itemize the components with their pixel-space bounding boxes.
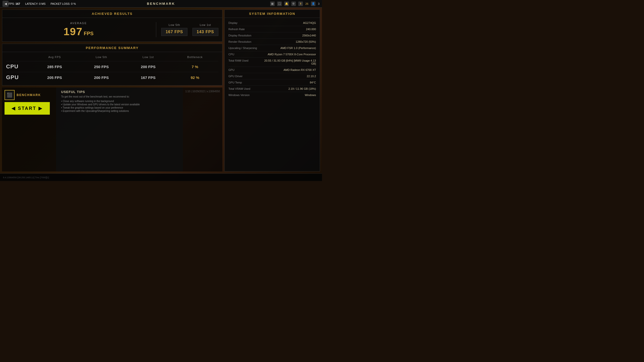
tips-intro: To get the most out of the benchmark tes…: [61, 95, 178, 98]
gpu-low1: 167 FPS: [125, 75, 172, 80]
grid-icon[interactable]: ▦: [270, 2, 275, 6]
sys-key-5: CPU: [228, 53, 261, 56]
perf-col-bottleneck: Bottleneck: [172, 56, 218, 59]
sys-val-5: AMD Ryzen 7 5700X 8-Core Processor: [261, 53, 316, 56]
main-content: ACHIEVED RESULTS AVERAGE 197 FPS Low 5th…: [0, 8, 322, 173]
useful-tips-section: USEFUL TIPS To get the most out of the b…: [56, 87, 183, 171]
gpu-low5: 200 FPS: [78, 75, 125, 80]
start-button[interactable]: ◀ START ▶: [5, 102, 50, 115]
tip-4: Experiment with the Upscaling/Sharpening…: [61, 109, 178, 113]
packet-loss-display: PACKET LOSS: 0 %: [51, 2, 76, 5]
sys-row-10: Total VRAM Used 2.19 / 11.96 GB (18%): [228, 86, 316, 92]
cpu-bottleneck: 7 %: [172, 65, 218, 69]
fps-display: FPS: 167: [9, 2, 20, 5]
sys-row-9: GPU Temp 84°C: [228, 79, 316, 86]
sys-row-2: Display Resolution 644x362: [228, 32, 316, 39]
sys-val-3: 1280x720 (50%): [261, 40, 316, 43]
sys-val-8: 22.10.2: [261, 75, 316, 78]
low5-label: Low 5th: [161, 23, 187, 26]
latency-label: LATENCY:: [25, 2, 38, 5]
system-info-panel: SYSTEM INFORMATION Display AG274QG Refre…: [224, 10, 320, 171]
vertical-divider: [156, 22, 156, 37]
benchmark-label: BENCHMARK: [17, 93, 41, 97]
sys-row-8: GPU Driver 22.10.2: [228, 73, 316, 79]
low5-item: Low 5th 167 FPS: [161, 23, 187, 36]
low-fps-section: Low 5th 167 FPS Low 1st 143 FPS: [161, 23, 218, 36]
back-button[interactable]: ◀: [3, 1, 9, 7]
low1-label: Low 1st: [192, 23, 218, 26]
bottom-bar-left: 9.4.13064550 [39:255:1465:11] Tmc [7000]…: [3, 176, 49, 179]
right-arrow-icon: ▶: [38, 106, 43, 111]
bottom-section: ⬛ BENCHMARK ◀ START ▶ USEFUL TIPS To get…: [2, 87, 222, 171]
fps-label: FPS:: [9, 2, 15, 5]
timestamp-section: 1:10 | 10/29/2022 | v.13064550: [183, 87, 222, 171]
low1-fps-value: 143 FPS: [192, 28, 218, 36]
sys-key-3: Render Resolution: [228, 40, 261, 43]
results-body: AVERAGE 197 FPS Low 5th 167 FPS Low 1st …: [2, 18, 222, 41]
performance-summary-header: PERFORMANCE SUMMARY: [2, 44, 222, 52]
average-fps-display: 197 FPS: [6, 26, 151, 38]
cpu-low1: 200 FPS: [125, 65, 172, 69]
bottom-bar: 9.4.13064550 [39:255:1465:11] Tmc [7000]…: [0, 173, 322, 181]
page-title: BENCHMARK: [147, 2, 175, 6]
sys-val-1: 240.000: [261, 28, 316, 31]
tip-1: Close any software running in the backgr…: [61, 100, 178, 103]
system-info-header: SYSTEM INFORMATION: [225, 10, 320, 18]
sys-key-6: Total RAM Used: [228, 59, 261, 65]
achieved-results-header: ACHIEVED RESULTS: [2, 10, 222, 18]
average-fps-value: 197: [64, 26, 83, 37]
achieved-results-card: ACHIEVED RESULTS AVERAGE 197 FPS Low 5th…: [2, 10, 222, 42]
cpu-perf-row: CPU 285 FPS 250 FPS 200 FPS 7 %: [6, 61, 218, 72]
packet-loss-label: PACKET LOSS:: [51, 2, 70, 5]
sys-val-0: AG274QG: [261, 21, 316, 24]
sys-row-3: Render Resolution 1280x720 (50%): [228, 39, 316, 45]
sys-val-4: AMD FSR 1.0 (Performance): [261, 47, 316, 50]
headset-icon[interactable]: 🎧: [277, 2, 282, 6]
settings-icon[interactable]: ⚙: [291, 2, 296, 6]
sys-row-6: Total RAM Used 20.55 / 31.93 GB [64%] [M…: [228, 58, 316, 67]
perf-col-empty: [6, 56, 31, 59]
top-bar: ◀ FPS: 167 LATENCY: 0 MS PACKET LOSS: 0 …: [0, 0, 322, 8]
latency-value: 0 MS: [39, 2, 46, 5]
cpu-component-label: CPU: [6, 63, 31, 70]
sys-key-1: Refresh Rate: [228, 28, 261, 31]
average-label: AVERAGE: [6, 22, 151, 25]
sys-key-8: GPU Driver: [228, 75, 261, 78]
sys-row-11: Windows Version Windows: [228, 92, 316, 98]
sys-key-7: GPU: [228, 68, 261, 71]
benchmark-icon-box: ⬛: [5, 90, 15, 100]
timestamp: 1:10 | 10/29/2022 | v.13064550: [185, 90, 220, 93]
gpu-avg-fps: 205 FPS: [31, 75, 78, 80]
tips-title: USEFUL TIPS: [61, 90, 178, 94]
sys-key-4: Upscaling / Sharpening: [228, 47, 261, 50]
perf-header-row: Avg FPS Low 5th Low 1st Bottleneck: [6, 55, 218, 60]
benchmark-icon-symbol: ⬛: [7, 92, 12, 98]
player-icon[interactable]: 👤: [311, 2, 315, 6]
sys-key-11: Windows Version: [228, 94, 261, 97]
system-info-table: Display AG274QG Refresh Rate 240.000 Dis…: [225, 18, 320, 100]
start-button-label: START: [18, 106, 36, 111]
notification-icon[interactable]: 🔔: [284, 2, 289, 6]
benchmark-start-section: ⬛ BENCHMARK ◀ START ▶: [2, 87, 56, 171]
tip-2: Update your Windows and GPU drivers to t…: [61, 103, 178, 106]
top-bar-stats: FPS: 167 LATENCY: 0 MS PACKET LOSS: 0 %: [9, 2, 76, 5]
left-arrow-icon: ◀: [12, 106, 16, 111]
sys-val-2: 644x362: [261, 34, 316, 37]
average-fps-unit: FPS: [84, 31, 94, 36]
fps-value: 167: [16, 2, 20, 5]
sys-key-9: GPU Temp: [228, 81, 261, 84]
sys-row-1: Refresh Rate 240.000: [228, 26, 316, 32]
sys-val-11: Windows: [261, 94, 316, 97]
download-icon[interactable]: ⬇: [298, 2, 303, 6]
sys-row-7: GPU AMD Radeon RX 6700 XT: [228, 67, 316, 73]
top-bar-right: ▦ 🎧 🔔 ⚙ ⬇ 26 👤 3: [270, 2, 319, 6]
gpu-perf-row: GPU 205 FPS 200 FPS 167 FPS 92 %: [6, 72, 218, 83]
perf-col-low5: Low 5th: [78, 56, 125, 59]
perf-col-avg: Avg FPS: [31, 56, 78, 59]
average-section: AVERAGE 197 FPS: [6, 22, 151, 38]
sys-key-0: Display: [228, 21, 261, 24]
sys-row-0: Display AG274QG: [228, 20, 316, 26]
sys-val-7: AMD Radeon RX 6700 XT: [261, 68, 316, 71]
gpu-bottleneck: 92 %: [172, 75, 218, 80]
latency-display: LATENCY: 0 MS: [25, 2, 46, 5]
